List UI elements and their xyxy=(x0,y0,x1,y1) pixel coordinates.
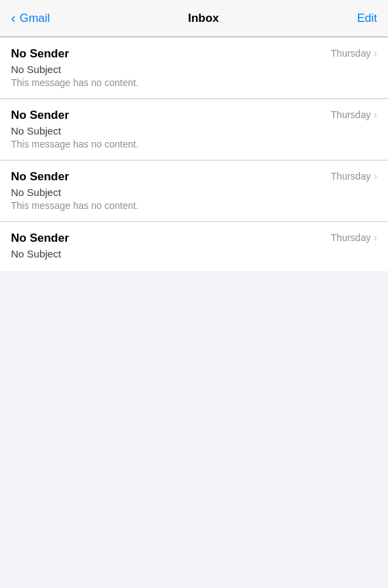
chevron-right-icon: › xyxy=(374,109,377,121)
chevron-right-icon: › xyxy=(374,232,377,244)
email-header: No Sender Thursday › xyxy=(11,232,377,245)
email-item[interactable]: No Sender Thursday › No Subject This mes… xyxy=(0,160,388,222)
back-label: Gmail xyxy=(20,12,50,25)
email-meta: Thursday › xyxy=(331,47,377,59)
navigation-bar: ‹ Gmail Inbox Edit xyxy=(0,0,388,37)
email-item[interactable]: No Sender Thursday › No Subject This mes… xyxy=(0,38,388,99)
email-preview: This message has no content. xyxy=(11,77,377,88)
email-header: No Sender Thursday › xyxy=(11,170,377,184)
email-sender: No Sender xyxy=(11,109,69,122)
email-meta: Thursday › xyxy=(331,232,377,244)
email-item[interactable]: No Sender Thursday › No Subject This mes… xyxy=(0,99,388,160)
email-meta: Thursday › xyxy=(331,170,377,182)
edit-button[interactable]: Edit xyxy=(357,12,377,25)
email-date: Thursday xyxy=(331,48,370,59)
email-date: Thursday xyxy=(331,109,370,120)
email-header: No Sender Thursday › xyxy=(11,109,377,122)
email-date: Thursday xyxy=(331,232,370,243)
chevron-right-icon: › xyxy=(374,47,377,59)
chevron-right-icon: › xyxy=(374,170,377,182)
email-date: Thursday xyxy=(331,171,370,182)
email-preview: This message has no content. xyxy=(11,200,377,211)
back-button[interactable]: ‹ Gmail xyxy=(11,10,50,26)
email-subject: No Subject xyxy=(11,125,377,137)
email-list: No Sender Thursday › No Subject This mes… xyxy=(0,38,388,271)
email-subject: No Subject xyxy=(11,64,377,75)
email-subject: No Subject xyxy=(11,186,377,198)
email-sender: No Sender xyxy=(11,232,69,245)
email-header: No Sender Thursday › xyxy=(11,47,377,61)
page-title: Inbox xyxy=(188,12,219,25)
email-sender: No Sender xyxy=(11,47,69,61)
email-sender: No Sender xyxy=(11,170,69,184)
email-item[interactable]: No Sender Thursday › No Subject xyxy=(0,222,388,271)
email-meta: Thursday › xyxy=(331,109,377,121)
email-subject: No Subject xyxy=(11,248,377,260)
email-preview: This message has no content. xyxy=(11,139,377,150)
chevron-left-icon: ‹ xyxy=(11,10,16,26)
